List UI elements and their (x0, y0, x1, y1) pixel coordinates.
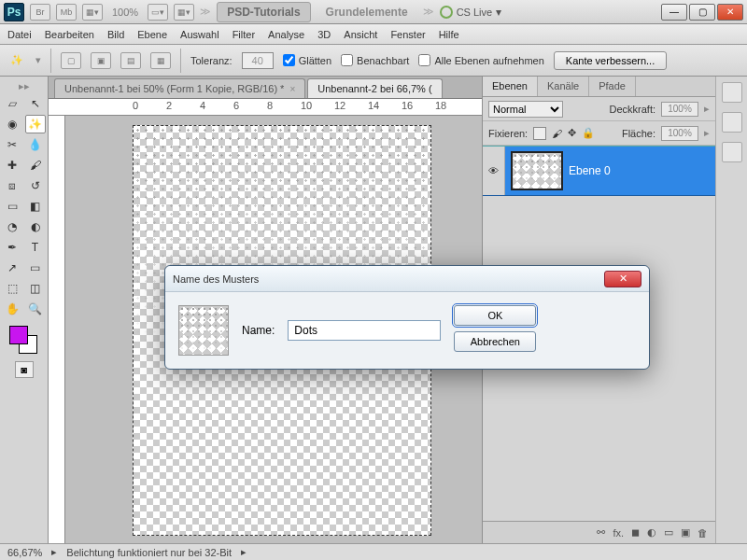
stamp-tool[interactable]: ⧇ (2, 176, 22, 195)
fill-value[interactable]: 100% (661, 126, 698, 141)
3d-camera-tool[interactable]: ◫ (25, 279, 46, 298)
window-maximize-button[interactable]: ▢ (689, 4, 715, 21)
document-tab-2[interactable]: Unbenannt-2 bei 66,7% ( (307, 78, 442, 98)
window-close-button[interactable]: ✕ (717, 4, 743, 21)
gradient-tool[interactable]: ◧ (25, 197, 46, 216)
panel-tab-layers[interactable]: Ebenen (483, 77, 538, 96)
cslive-ring-icon (440, 6, 453, 19)
options-bar: ✨▾ ▢ ▣ ▤ ▦ Toleranz: Glätten Benachbart … (0, 45, 747, 77)
lasso-tool[interactable]: ◉ (2, 115, 22, 133)
sample-all-checkbox[interactable]: Alle Ebenen aufnehmen (418, 54, 543, 66)
panel-tab-channels[interactable]: Kanäle (538, 77, 589, 96)
selection-sub-icon[interactable]: ▤ (120, 52, 141, 69)
menu-analyse[interactable]: Analyse (268, 29, 304, 40)
pattern-name-input[interactable] (288, 320, 441, 341)
menu-filter[interactable]: Filter (233, 29, 255, 40)
minibridge-button[interactable]: Mb (56, 4, 77, 21)
fx-icon[interactable]: fx. (613, 527, 624, 539)
selection-intersect-icon[interactable]: ▦ (150, 52, 171, 69)
selection-new-icon[interactable]: ▢ (61, 52, 81, 69)
trash-icon[interactable]: 🗑 (698, 527, 708, 539)
marquee-tool[interactable]: ↖ (25, 94, 46, 113)
shape-tool[interactable]: ▭ (25, 259, 46, 277)
contiguous-checkbox[interactable]: Benachbart (341, 54, 409, 66)
workspace-tab-grund[interactable]: Grundelemente (317, 3, 417, 21)
layer-name-label[interactable]: Ebene 0 (569, 164, 611, 177)
selection-add-icon[interactable]: ▣ (91, 52, 111, 69)
menu-bild[interactable]: Bild (107, 29, 124, 40)
panel-tab-paths[interactable]: Pfade (589, 77, 636, 96)
type-tool[interactable]: T (25, 238, 46, 257)
blur-tool[interactable]: ◔ (2, 217, 22, 236)
group-icon[interactable]: ▭ (664, 526, 673, 539)
lock-pixels-icon[interactable]: 🖌 (552, 128, 562, 139)
adjustments-panel-icon[interactable] (722, 112, 742, 133)
menu-bearbeiten[interactable]: Bearbeiten (45, 29, 94, 40)
refine-edge-button[interactable]: Kante verbessern... (554, 51, 667, 70)
quickmask-button[interactable]: ◙ (15, 361, 34, 378)
screen-mode-button[interactable]: ▦▾ (82, 4, 103, 21)
foreground-color-swatch[interactable] (9, 326, 28, 344)
document-tab-1[interactable]: Unbenannt-1 bei 50% (Form 1 Kopie, RGB/1… (54, 78, 305, 98)
opacity-value[interactable]: 100% (661, 102, 698, 117)
pen-tool[interactable]: ✒ (2, 238, 22, 257)
cancel-button[interactable]: Abbrechen (454, 331, 536, 352)
dodge-tool[interactable]: ◐ (25, 217, 46, 236)
3d-tool[interactable]: ⬚ (2, 279, 22, 298)
window-minimize-button[interactable]: — (661, 4, 687, 21)
new-layer-icon[interactable]: ▣ (681, 526, 690, 539)
close-icon[interactable]: × (289, 84, 295, 94)
ok-button[interactable]: OK (454, 305, 536, 326)
menu-fenster[interactable]: Fenster (390, 29, 425, 40)
path-tool[interactable]: ↗ (2, 259, 22, 277)
status-zoom[interactable]: 66,67% (7, 547, 42, 558)
status-bar: 66,67% ▸ Belichtung funktioniert nur bei… (0, 543, 747, 560)
bridge-button[interactable]: Br (30, 4, 50, 21)
crop-tool[interactable]: ✂ (2, 135, 22, 154)
mask-icon[interactable]: ◼ (631, 526, 640, 539)
lock-transparency-icon[interactable] (533, 127, 546, 140)
link-layers-icon[interactable]: ⚯ (597, 526, 605, 539)
move-tool[interactable]: ▱ (2, 94, 22, 113)
workspace-tab-psd[interactable]: PSD-Tutorials (217, 2, 310, 22)
history-brush-tool[interactable]: ↺ (25, 176, 46, 195)
masks-panel-icon[interactable] (722, 142, 742, 162)
adjustment-icon[interactable]: ◐ (647, 526, 656, 539)
application-bar: Ps Br Mb ▦▾ 100% ▭▾ ▦▾ ≫ PSD-Tutorials G… (0, 0, 747, 24)
lock-all-icon[interactable]: 🔒 (582, 127, 595, 139)
tolerance-input[interactable] (242, 52, 274, 69)
ruler-horizontal: 024681012141618 (49, 99, 482, 116)
brush-tool[interactable]: 🖌 (25, 156, 46, 175)
lock-position-icon[interactable]: ✥ (568, 127, 576, 139)
visibility-eye-icon[interactable]: 👁 (483, 147, 505, 195)
eraser-tool[interactable]: ▭ (2, 197, 22, 216)
pattern-preview-thumbnail (178, 305, 229, 356)
name-label: Name: (242, 324, 275, 337)
collapsed-panel-strip (715, 77, 747, 543)
zoom-tool[interactable]: 🔍 (25, 300, 46, 318)
layer-thumbnail[interactable] (511, 151, 563, 190)
dialog-close-button[interactable]: ✕ (604, 271, 641, 287)
blend-mode-select[interactable]: Normal (488, 101, 563, 118)
eyedropper-tool[interactable]: 💧 (25, 135, 46, 154)
cs-live-button[interactable]: CS Live ▾ (440, 6, 502, 19)
color-swatches[interactable] (9, 326, 39, 356)
fill-label: Fläche: (622, 128, 655, 139)
layer-row[interactable]: 👁 Ebene 0 (483, 146, 715, 196)
extras-button[interactable]: ▦▾ (174, 4, 194, 21)
menu-hilfe[interactable]: Hilfe (439, 29, 459, 40)
arrange-button[interactable]: ▭▾ (148, 4, 168, 21)
menu-ansicht[interactable]: Ansicht (344, 29, 377, 40)
menu-ebene[interactable]: Ebene (137, 29, 167, 40)
magic-wand-tool[interactable]: ✨ (25, 115, 46, 133)
tools-collapse-icon[interactable]: ▸▸ (2, 80, 46, 92)
menu-datei[interactable]: Datei (7, 29, 32, 40)
healing-tool[interactable]: ✚ (2, 156, 22, 175)
antialias-checkbox[interactable]: Glätten (283, 54, 331, 66)
menu-3d[interactable]: 3D (317, 29, 331, 40)
app-logo-icon: Ps (4, 3, 24, 21)
dialog-titlebar[interactable]: Name des Musters ✕ (165, 266, 649, 292)
menu-auswahl[interactable]: Auswahl (180, 29, 219, 40)
hand-tool[interactable]: ✋ (2, 300, 22, 318)
swatches-panel-icon[interactable] (722, 82, 742, 103)
